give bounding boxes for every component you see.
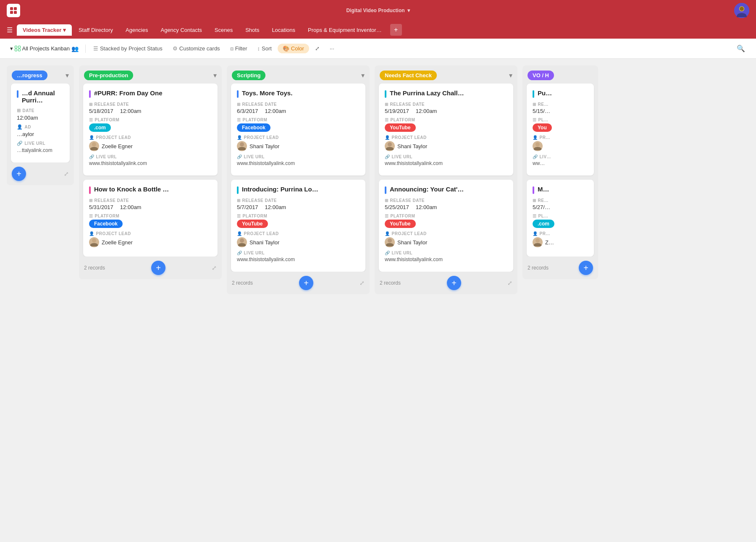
card-field-lead-vo-1: 👤 PR… bbox=[533, 135, 588, 151]
customize-label: Customize cards bbox=[179, 45, 220, 52]
expand-icon-scripting[interactable]: ⤢ bbox=[360, 280, 365, 286]
records-count-scripting: 2 records bbox=[232, 280, 253, 286]
nav-tab-staff-directory[interactable]: Staff Directory bbox=[73, 24, 119, 36]
color-icon: 🎨 bbox=[283, 45, 289, 52]
view-dropdown[interactable]: ▾ All Projects Kanban 👥 bbox=[7, 44, 82, 54]
nav-tab-videos-tracker[interactable]: Videos Tracker ▾ bbox=[17, 24, 72, 36]
card-knock-bottle[interactable]: How to Knock a Bottle … ⊞ RELEASE DATE 5… bbox=[83, 180, 218, 257]
url-icon: 🔗 bbox=[237, 154, 242, 159]
color-button[interactable]: 🎨 Color bbox=[278, 44, 309, 53]
release-date-icon: ⊞ bbox=[385, 198, 388, 203]
add-card-button-in-progress[interactable]: + bbox=[12, 167, 26, 181]
svg-point-8 bbox=[92, 238, 96, 243]
customize-button[interactable]: ⚙ Customize cards bbox=[168, 44, 224, 53]
card-purrina-lazy[interactable]: The Purrina Lazy Chall… ⊞ RELEASE DATE 5… bbox=[379, 84, 513, 175]
column-chevron-in-progress[interactable]: ▾ bbox=[66, 71, 69, 79]
app-logo[interactable] bbox=[7, 4, 20, 17]
card-introducing-purrina[interactable]: Introducing: Purrina Lo… ⊞ RELEASE DATE … bbox=[231, 180, 365, 272]
more-button[interactable]: ··· bbox=[326, 44, 339, 53]
grid-icon bbox=[15, 46, 21, 52]
live-url-1: www.thisistotallyalink.com bbox=[89, 160, 212, 166]
nav-add-button[interactable]: + bbox=[390, 24, 402, 36]
customize-icon: ⚙ bbox=[173, 45, 178, 52]
top-bar: Digital Video Production ▾ bbox=[0, 0, 756, 21]
sort-icon: ↕ bbox=[257, 45, 260, 52]
nav-tab-locations[interactable]: Locations bbox=[266, 24, 301, 36]
card-field-release-date-3: ⊞ RELEASE DATE 6/3/2017 12:00am bbox=[237, 102, 360, 114]
card-color-bar bbox=[237, 90, 239, 98]
fullscreen-button[interactable]: ⤢ bbox=[311, 44, 324, 53]
card-color-bar bbox=[385, 186, 386, 194]
card-purr-from-day-one[interactable]: #PURR: From Day One ⊞ RELEASE DATE 5/18/… bbox=[83, 84, 218, 175]
card-field-platform-vo-2: ☰ PL… .com bbox=[533, 214, 588, 228]
release-date-icon: ⊞ bbox=[533, 102, 536, 107]
live-url-partial: …ttalyalink.com bbox=[17, 147, 64, 153]
search-button[interactable]: 🔍 bbox=[732, 43, 749, 54]
column-vo: VO / H Pu… ⊞ RE… 5/15/… ☰ bbox=[522, 65, 598, 279]
menu-icon[interactable]: ☰ bbox=[3, 23, 16, 37]
column-header-in-progress: …rogress ▾ bbox=[7, 65, 74, 84]
sort-button[interactable]: ↕ Sort bbox=[253, 44, 276, 53]
card-field-live-vo-1: 🔗 LIV… ww… bbox=[533, 154, 588, 166]
column-chevron-pre-production[interactable]: ▾ bbox=[213, 71, 217, 79]
card-field-live-url-5: 🔗 LIVE URL www.thisistotallyalink.com bbox=[385, 154, 507, 166]
column-needs-fact-check: Needs Fact Check ▾ The Purrina Lazy Chal… bbox=[375, 65, 517, 294]
url-icon: 🔗 bbox=[89, 154, 94, 159]
more-icon: ··· bbox=[330, 45, 334, 52]
filter-icon: ⧈ bbox=[230, 45, 234, 52]
live-url-5: www.thisistotallyalink.com bbox=[385, 160, 507, 166]
svg-point-13 bbox=[536, 142, 540, 147]
nav-bar: ☰ Videos Tracker ▾ Staff Directory Agenc… bbox=[0, 21, 756, 39]
add-card-button-fact-check[interactable]: + bbox=[447, 276, 461, 290]
column-chevron-fact-check[interactable]: ▾ bbox=[509, 71, 512, 79]
nav-tab-agency-contacts[interactable]: Agency Contacts bbox=[155, 24, 207, 36]
card-vo-1[interactable]: Pu… ⊞ RE… 5/15/… ☰ PL… You bbox=[527, 84, 594, 175]
card-field-live-url-partial: 🔗 LIVE URL …ttalyalink.com bbox=[17, 141, 64, 153]
column-footer-in-progress: + ⤢ bbox=[7, 162, 74, 185]
stack-button[interactable]: ☰ Stacked by Project Status bbox=[89, 44, 167, 53]
card-color-bar bbox=[89, 186, 91, 194]
url-icon: 🔗 bbox=[237, 251, 242, 255]
card-color-bar bbox=[89, 90, 91, 98]
records-count-fact-check: 2 records bbox=[380, 280, 401, 286]
card-annual-purri[interactable]: …d Annual Purri… ⊞ DATE 12:00am 👤 AD … bbox=[11, 84, 70, 162]
card-announcing-your-cat[interactable]: Announcing: Your Cat'… ⊞ RELEASE DATE 5/… bbox=[379, 180, 513, 272]
column-badge-scripting: Scripting bbox=[232, 71, 265, 80]
platform-icon: ☰ bbox=[89, 118, 93, 122]
nav-tab-shots[interactable]: Shots bbox=[239, 24, 265, 36]
nav-tab-scenes[interactable]: Scenes bbox=[209, 24, 239, 36]
card-title-purrina-lazy: The Purrina Lazy Chall… bbox=[385, 89, 507, 98]
url-icon: 🔗 bbox=[385, 154, 390, 159]
release-date-icon: ⊞ bbox=[385, 102, 388, 107]
lead-icon: 👤 bbox=[89, 135, 94, 140]
card-field-release-date-4: ⊞ RELEASE DATE 5/7/2017 12:00am bbox=[237, 198, 360, 210]
column-footer-vo: 2 records + bbox=[522, 257, 598, 279]
card-toys-more-toys[interactable]: Toys. More Toys. ⊞ RELEASE DATE 6/3/2017… bbox=[231, 84, 365, 175]
project-lead-3: Shani Taylor bbox=[237, 141, 360, 151]
nav-tab-props[interactable]: Props & Equipment Inventor… bbox=[302, 24, 388, 36]
add-card-button-vo[interactable]: + bbox=[579, 261, 593, 275]
column-footer-pre-production: 2 records + ⤢ bbox=[79, 257, 222, 279]
card-color-bar bbox=[533, 90, 534, 98]
user-avatar[interactable] bbox=[734, 3, 749, 18]
column-chevron-scripting[interactable]: ▾ bbox=[361, 71, 365, 79]
column-footer-fact-check: 2 records + ⤢ bbox=[375, 272, 517, 294]
card-color-bar bbox=[17, 90, 18, 98]
card-field-release-date-5: ⊞ RELEASE DATE 5/19/2017 12:00am bbox=[385, 102, 507, 114]
app-title-dropdown-icon[interactable]: ▾ bbox=[407, 8, 410, 13]
nav-tab-agencies[interactable]: Agencies bbox=[120, 24, 154, 36]
column-cards-in-progress: …d Annual Purri… ⊞ DATE 12:00am 👤 AD … bbox=[7, 84, 74, 162]
filter-button[interactable]: ⧈ Filter bbox=[226, 44, 252, 54]
card-vo-2[interactable]: M… ⊞ RE… 5/27/… ☰ PL… .com bbox=[527, 180, 594, 257]
live-url-3: www.thisistotallyalink.com bbox=[237, 160, 360, 166]
platform-icon: ☰ bbox=[533, 118, 537, 122]
expand-icon-in-progress[interactable]: ⤢ bbox=[64, 170, 69, 177]
add-card-button-scripting[interactable]: + bbox=[299, 276, 313, 290]
expand-icon-fact-check[interactable]: ⤢ bbox=[507, 280, 512, 286]
add-card-button-pre-production[interactable]: + bbox=[151, 261, 165, 275]
platform-badge-6: YouTube bbox=[385, 220, 416, 228]
svg-point-14 bbox=[536, 238, 540, 243]
svg-point-7 bbox=[92, 142, 96, 147]
app-title-text: Digital Video Production bbox=[346, 8, 404, 13]
expand-icon-pre-production[interactable]: ⤢ bbox=[212, 264, 217, 271]
